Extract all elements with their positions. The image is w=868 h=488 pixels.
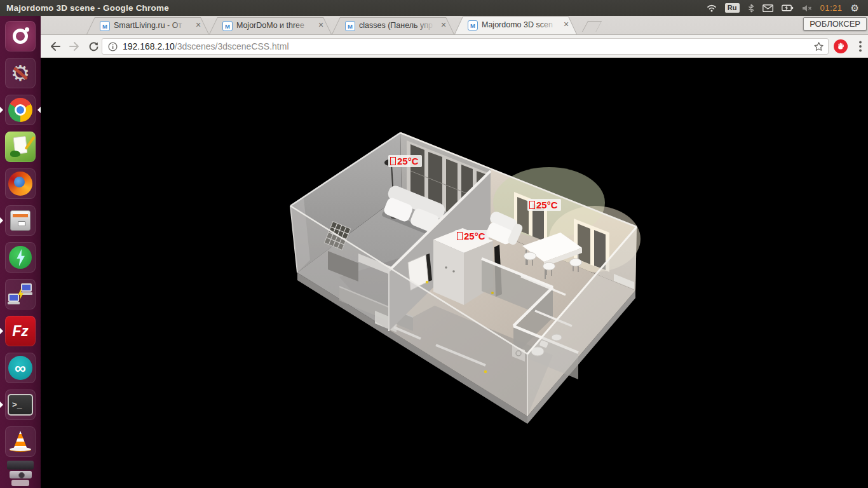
majordomo-favicon-icon: M xyxy=(100,21,110,31)
tab-close-icon[interactable]: × xyxy=(438,20,449,30)
chrome-menu-icon[interactable] xyxy=(854,39,867,53)
launcher-item-ubuntu-dash[interactable] xyxy=(5,21,36,51)
url-path: /3dscenes/3dsceneCSS.html xyxy=(175,41,289,51)
thermometer-glyph-icon xyxy=(390,157,396,165)
url-text[interactable]: 192.168.2.10/3dscenes/3dsceneCSS.html xyxy=(123,41,813,51)
launcher-folded-items[interactable] xyxy=(7,461,34,486)
running-indicator-icon xyxy=(0,107,3,113)
keyboard-layout-indicator[interactable]: Ru xyxy=(725,3,740,13)
temperature-sensor-label: 25°C xyxy=(455,230,489,242)
folded-camera-icon[interactable] xyxy=(10,471,32,478)
launcher-item-chrome[interactable] xyxy=(5,95,36,125)
bookmark-star-icon[interactable] xyxy=(813,41,824,52)
launcher-item-notepad-editor[interactable] xyxy=(5,132,36,162)
temperature-sensor-label: 25°C xyxy=(388,155,422,167)
tab-close-icon[interactable]: × xyxy=(193,20,203,30)
top-panel: Majordomo 3D scene - Google Chrome Ru xyxy=(0,0,868,16)
forward-button[interactable] xyxy=(66,38,83,55)
back-button[interactable] xyxy=(47,38,64,55)
address-bar[interactable]: 192.168.2.10/3dscenes/3dsceneCSS.html xyxy=(102,38,829,55)
launcher-item-system-settings[interactable]: ⚙ xyxy=(5,58,36,88)
unity-launcher: ⚙ Fz ∞ >_ xyxy=(0,16,41,488)
firefox-icon xyxy=(8,172,32,196)
arduino-icon: ∞ xyxy=(8,356,32,380)
window-title: Majordomo 3D scene - Google Chrome xyxy=(0,3,707,13)
temperature-value: 25°C xyxy=(464,231,485,241)
launcher-item-vlc[interactable] xyxy=(5,426,36,457)
launcher-item-arduino[interactable]: ∞ xyxy=(5,353,36,383)
tab-classes-admin[interactable]: M classes (Панель упр × xyxy=(332,17,454,34)
roblokser-badge: РОБЛОКСЕР xyxy=(803,17,867,30)
running-indicator-icon xyxy=(0,402,3,408)
tab-smartliving[interactable]: M SmartLiving.ru - От × xyxy=(86,17,209,34)
running-indicator-icon xyxy=(0,217,3,224)
terminal-icon: >_ xyxy=(8,394,33,416)
url-host: 192.168.2.10 xyxy=(123,41,175,51)
temperature-sensor-label: 25°C xyxy=(527,199,561,211)
filezilla-icon: Fz xyxy=(12,323,29,340)
folded-paper-icon[interactable] xyxy=(11,480,29,486)
bluetooth-icon[interactable] xyxy=(748,4,754,13)
focused-indicator-icon xyxy=(37,107,41,113)
tab-close-icon[interactable]: × xyxy=(561,20,571,30)
wifi-icon[interactable] xyxy=(707,4,717,12)
launcher-item-terminal[interactable]: >_ xyxy=(5,390,36,420)
majordomo-favicon-icon: M xyxy=(222,21,233,31)
ubuntu-logo-icon xyxy=(13,29,28,44)
page-content-3d-scene[interactable]: 25°C 25°C 25°C xyxy=(41,58,868,488)
green-lightning-icon xyxy=(9,246,32,269)
file-cabinet-icon xyxy=(10,210,31,231)
thermometer-glyph-icon xyxy=(529,201,535,209)
running-indicator-icon xyxy=(0,328,3,334)
adblock-extension-icon[interactable] xyxy=(834,39,848,53)
tab-mojordomo-three[interactable]: M MojorDoMo и three × xyxy=(209,17,332,34)
page-info-icon[interactable] xyxy=(108,42,118,51)
thermometer-glyph-icon xyxy=(457,232,463,240)
mail-icon[interactable] xyxy=(763,4,773,12)
tab-strip: M SmartLiving.ru - От × M MojorDoMo и th… xyxy=(41,16,868,35)
majordomo-favicon-icon: M xyxy=(345,21,355,31)
temperature-value: 25°C xyxy=(397,156,419,166)
folded-phone-icon[interactable] xyxy=(7,461,34,470)
chameleon-icon xyxy=(10,151,20,157)
majordomo-favicon-icon: M xyxy=(468,20,478,30)
house-3d-render xyxy=(41,58,868,488)
chrome-window: M SmartLiving.ru - От × M MojorDoMo и th… xyxy=(41,16,868,488)
launcher-item-file-archiver[interactable] xyxy=(5,205,36,236)
computers-lightning-icon xyxy=(8,281,33,307)
volume-muted-icon[interactable] xyxy=(802,4,812,12)
reload-button[interactable] xyxy=(85,38,102,55)
battery-charging-icon[interactable] xyxy=(782,4,794,11)
chrome-icon xyxy=(8,98,32,122)
system-tray: Ru 01:21 ⚙ xyxy=(707,3,868,13)
clock[interactable]: 01:21 xyxy=(820,3,843,13)
launcher-item-lightning-app[interactable] xyxy=(5,242,36,273)
temperature-value: 25°C xyxy=(536,200,558,210)
tab-close-icon[interactable]: × xyxy=(316,20,326,30)
launcher-item-firefox[interactable] xyxy=(5,168,36,199)
browser-toolbar: 192.168.2.10/3dscenes/3dsceneCSS.html xyxy=(41,35,868,58)
new-tab-button[interactable] xyxy=(582,21,602,32)
vlc-cone-icon xyxy=(10,431,31,452)
session-gear-icon[interactable]: ⚙ xyxy=(851,3,859,13)
launcher-item-remote-connection[interactable] xyxy=(5,279,36,309)
launcher-item-filezilla[interactable]: Fz xyxy=(5,316,36,346)
tab-majordomo-3d-scene[interactable]: M Majordomo 3D scen × xyxy=(454,17,577,34)
